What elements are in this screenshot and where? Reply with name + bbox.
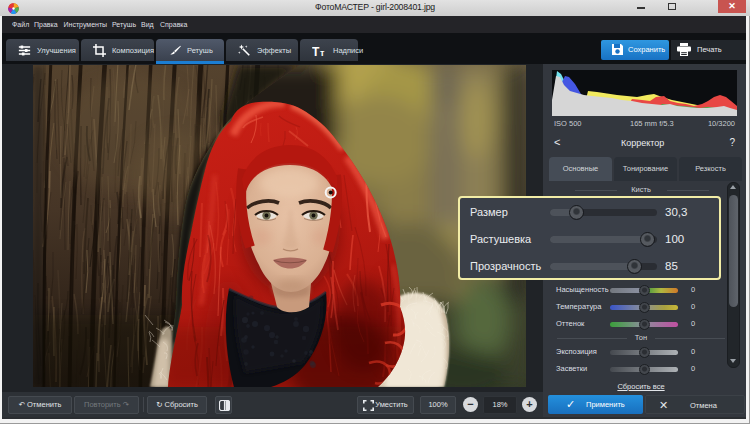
svg-text:т: т — [320, 48, 325, 58]
svg-text:T: T — [312, 45, 320, 59]
